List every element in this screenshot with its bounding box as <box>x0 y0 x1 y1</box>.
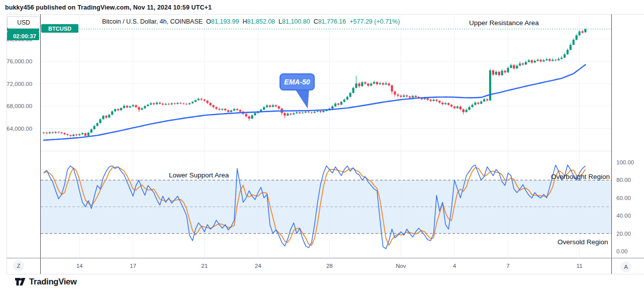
published-byline: bukky456 published on TradingView.com, N… <box>5 4 212 11</box>
candle-body <box>447 103 449 105</box>
candle-body <box>275 105 277 106</box>
candle-body <box>290 114 292 115</box>
ema50-callout[interactable]: EMA-50 <box>280 73 315 90</box>
candle-body <box>474 103 476 105</box>
zoom-reset-button[interactable]: Z <box>13 260 24 271</box>
candle-body <box>263 107 265 110</box>
candle-body <box>483 99 485 101</box>
candle-body <box>141 108 143 110</box>
time-axis-label: 14 <box>76 263 83 269</box>
candle-body <box>90 129 93 133</box>
chart-canvas[interactable]: 80,000.0076,000.0072,000.0068,000.0064,0… <box>0 0 644 291</box>
candle-body <box>531 60 533 62</box>
candle-body <box>87 133 89 136</box>
candle-body <box>468 107 470 110</box>
candle-body <box>394 91 396 94</box>
stoch-scale-label: 100.00 <box>616 159 634 165</box>
candle-body <box>176 103 178 104</box>
candle-body <box>43 133 45 133</box>
annotation-upper-resistance: Upper Resistance Area <box>469 19 539 27</box>
candle-body <box>215 107 217 109</box>
candle-body <box>227 110 229 112</box>
price-scale-label: 64,000.00 <box>7 126 32 132</box>
candle-body <box>373 82 375 83</box>
candle-body <box>537 60 539 61</box>
annotation-overbought: Overbought Region <box>551 173 610 180</box>
candle-body <box>412 96 414 98</box>
candle-body <box>251 115 253 119</box>
candle-body <box>138 107 140 110</box>
candle-body <box>221 109 223 110</box>
candle-body <box>581 31 583 33</box>
candle-body <box>334 104 336 107</box>
candle-body <box>525 62 527 64</box>
candle-body <box>361 82 363 86</box>
candle-body <box>352 88 354 93</box>
tradingview-footer-link[interactable]: TradingView <box>15 277 77 286</box>
candle-body <box>120 108 122 110</box>
time-axis-label: 4 <box>453 263 456 269</box>
candle-body <box>248 117 250 119</box>
candle-body <box>173 104 175 104</box>
candle-body <box>492 70 494 74</box>
candle-body <box>558 59 560 60</box>
candle-body <box>495 72 497 75</box>
candle-body <box>287 114 289 116</box>
candle-body <box>207 101 209 103</box>
candle-body <box>102 116 104 119</box>
candle-body <box>299 112 301 113</box>
candle-body <box>156 103 158 104</box>
candle-body <box>72 135 74 136</box>
candle-body <box>584 29 586 32</box>
candle-body <box>192 102 194 104</box>
candle-body <box>114 109 116 111</box>
candle-body <box>311 112 313 113</box>
price-scale-label: 76,000.00 <box>7 58 32 64</box>
price-change: +577.29 (+0.71%) <box>349 18 400 25</box>
candle-body <box>126 106 128 107</box>
candle-body <box>576 35 578 40</box>
candle-body <box>516 66 518 69</box>
ema50-callout-tail <box>295 88 309 109</box>
stoch-scale-label: 0.00 <box>616 248 627 254</box>
candle-body <box>406 95 408 96</box>
candle-body <box>471 105 473 107</box>
candle-body <box>46 133 48 133</box>
candle-body <box>170 104 172 105</box>
candle-body <box>513 65 515 69</box>
ohlc-low: L81,100.80 <box>279 18 310 25</box>
stoch-scale-label: 20.00 <box>616 231 631 237</box>
currency-scale-button[interactable]: USD <box>7 16 40 29</box>
candle-body <box>319 111 321 112</box>
candle-body <box>266 106 268 107</box>
candle-body <box>364 82 366 84</box>
candle-body <box>507 68 509 72</box>
candle-body <box>379 83 381 84</box>
candle-body <box>453 107 455 108</box>
auto-scale-button[interactable]: A <box>620 261 631 272</box>
candle-body <box>165 104 167 105</box>
candle-body <box>284 113 286 116</box>
candle-body <box>49 132 51 133</box>
candle-body <box>182 104 185 104</box>
tradingview-logo-icon <box>15 277 26 286</box>
price-scale-label: 68,000.00 <box>7 103 32 109</box>
candle-body <box>430 100 432 101</box>
candle-body <box>501 71 503 75</box>
candle-body <box>409 96 411 98</box>
annotation-lower-support: Lower Support Area <box>169 171 229 179</box>
time-axis-label: 17 <box>130 263 136 269</box>
candle-body <box>561 58 563 59</box>
candle-body <box>456 107 458 108</box>
candle-body <box>179 103 181 104</box>
candle-body <box>147 105 149 106</box>
candle-body <box>579 31 581 35</box>
candle-body <box>343 100 345 102</box>
symbol-header: Bitcoin / U.S. Dollar, 4h, COINBASE O81,… <box>102 18 400 25</box>
candle-body <box>84 133 86 136</box>
candle-body <box>230 111 232 112</box>
candle-body <box>272 105 274 107</box>
tradingview-brand-text: TradingView <box>29 277 77 286</box>
candle-body <box>427 98 429 100</box>
candle-body <box>459 107 462 110</box>
